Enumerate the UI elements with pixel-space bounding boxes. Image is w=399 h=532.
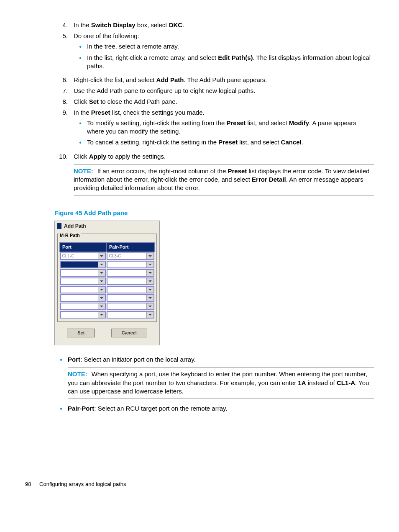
fieldset-label: M-R Path <box>59 233 81 238</box>
step-9a: To modify a setting, right-click the set… <box>74 119 374 136</box>
chevron-down-icon[interactable] <box>146 312 153 318</box>
port-select-8[interactable] <box>60 311 106 319</box>
step-5: 5. Do one of the following: In the tree,… <box>54 32 374 73</box>
step-5a: In the tree, select a remote array. <box>74 42 374 51</box>
chevron-down-icon[interactable] <box>146 278 153 284</box>
section-title: Configuring arrays and logical paths <box>39 481 126 487</box>
port-select-2[interactable] <box>60 261 106 268</box>
desc-pair-port: Pair-Port: Select an RCU target port on … <box>54 404 374 414</box>
port-select-6[interactable] <box>60 294 106 302</box>
procedure-list: 4. In the Switch Display box, select DKC… <box>54 21 374 199</box>
chevron-down-icon[interactable] <box>98 262 105 267</box>
chevron-down-icon[interactable] <box>146 303 153 309</box>
figure-caption: Figure 45 Add Path pane <box>54 209 374 217</box>
step-9b: To cancel a setting, right-click the set… <box>74 138 374 147</box>
chevron-down-icon[interactable] <box>146 270 153 276</box>
pane-title: Add Path <box>55 221 159 231</box>
page-number: 98 <box>25 481 31 487</box>
step-4: 4. In the Switch Display box, select DKC… <box>54 21 374 29</box>
chevron-down-icon[interactable] <box>146 287 153 293</box>
port-select-3[interactable] <box>60 269 106 277</box>
step-8: 8. Click Set to close the Add Path pane. <box>54 98 374 106</box>
title-marker-icon <box>57 223 61 229</box>
col-pair-port: Pair-Port <box>106 243 154 252</box>
mr-path-group: M-R Path Port Pair-Port CL1-C CL3-C <box>57 234 157 322</box>
pair-port-select-3[interactable] <box>107 269 154 277</box>
note-port: NOTE:When specifying a port, use the key… <box>68 367 374 398</box>
chevron-down-icon[interactable] <box>98 303 105 309</box>
chevron-down-icon[interactable] <box>98 253 105 259</box>
pair-port-select-5[interactable] <box>107 286 154 293</box>
port-select-5[interactable] <box>60 286 106 293</box>
chevron-down-icon[interactable] <box>98 278 105 284</box>
note-label: NOTE: <box>68 370 87 378</box>
port-select-4[interactable] <box>60 278 106 285</box>
port-select-1[interactable]: CL1-C <box>60 252 106 260</box>
set-button[interactable]: Set <box>67 329 95 337</box>
chevron-down-icon[interactable] <box>98 287 105 293</box>
note-label: NOTE: <box>74 167 93 175</box>
step-10: 10. Click Apply to apply the settings. N… <box>54 152 374 199</box>
chevron-down-icon[interactable] <box>146 262 153 267</box>
chevron-down-icon[interactable] <box>98 312 105 318</box>
chevron-down-icon[interactable] <box>98 270 105 276</box>
step-7: 7. Use the Add Path pane to configure up… <box>54 87 374 95</box>
step-9: 9. In the Preset list, check the setting… <box>54 108 374 149</box>
pair-port-select-4[interactable] <box>107 278 154 285</box>
page-footer: 98 Configuring arrays and logical paths <box>25 481 374 488</box>
port-select-7[interactable] <box>60 303 106 310</box>
add-path-pane: Add Path M-R Path Port Pair-Port CL1-C C… <box>54 221 160 345</box>
pair-port-select-2[interactable] <box>107 261 154 268</box>
step-6: 6. Right-click the list, and select Add … <box>54 76 374 84</box>
chevron-down-icon[interactable] <box>146 295 153 301</box>
desc-port: Port: Select an initiator port on the lo… <box>54 355 374 402</box>
chevron-down-icon[interactable] <box>146 253 153 259</box>
pair-port-select-1[interactable]: CL3-C <box>107 252 154 260</box>
pair-port-select-6[interactable] <box>107 294 154 302</box>
chevron-down-icon[interactable] <box>98 295 105 301</box>
cancel-button[interactable]: Cancel <box>111 329 147 337</box>
note-apply: NOTE:If an error occurs, the right-most … <box>74 164 374 195</box>
step-5b: In the list, right-click a remote array,… <box>74 54 374 71</box>
pair-port-select-7[interactable] <box>107 303 154 310</box>
pair-port-select-8[interactable] <box>107 311 154 319</box>
col-port: Port <box>60 243 107 252</box>
